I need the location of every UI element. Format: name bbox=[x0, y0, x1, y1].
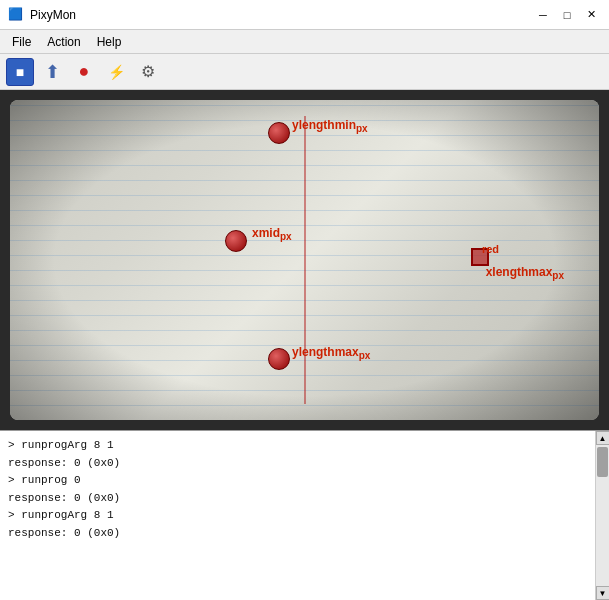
menu-bar: File Action Help bbox=[0, 30, 609, 54]
maximize-button[interactable]: □ bbox=[557, 5, 577, 25]
xmid-marker bbox=[225, 230, 247, 252]
console-line-1: > runprogArg 8 1 bbox=[8, 437, 587, 455]
console-output: > runprogArg 8 1 response: 0 (0x0) > run… bbox=[0, 431, 595, 600]
console-line-5: > runprogArg 8 1 bbox=[8, 507, 587, 525]
scroll-down-button[interactable]: ▼ bbox=[596, 586, 610, 600]
scroll-thumb[interactable] bbox=[597, 447, 608, 477]
camera-view: ylengthminpx xmidpx red xlengthmaxpx yle… bbox=[0, 90, 609, 430]
ylengthmin-marker bbox=[268, 122, 290, 144]
title-controls: ─ □ ✕ bbox=[533, 5, 601, 25]
console-scrollbar: ▲ ▼ bbox=[595, 431, 609, 600]
scroll-track[interactable] bbox=[596, 445, 609, 586]
console-line-3: > runprog 0 bbox=[8, 472, 587, 490]
title-bar: 🟦 PixyMon ─ □ ✕ bbox=[0, 0, 609, 30]
title-left: 🟦 PixyMon bbox=[8, 7, 76, 23]
close-button[interactable]: ✕ bbox=[581, 5, 601, 25]
center-line bbox=[304, 116, 306, 404]
camera-canvas: ylengthminpx xmidpx red xlengthmaxpx yle… bbox=[10, 100, 599, 420]
toolbar: ■ ⬆ ● ⚡ ⚙ bbox=[0, 54, 609, 90]
minimize-button[interactable]: ─ bbox=[533, 5, 553, 25]
run-button[interactable]: ⬆ bbox=[38, 58, 66, 86]
menu-help[interactable]: Help bbox=[89, 33, 130, 51]
scroll-up-button[interactable]: ▲ bbox=[596, 431, 610, 445]
app-icon: 🟦 bbox=[8, 7, 24, 23]
xmid-label: xmidpx bbox=[252, 226, 292, 242]
console-line-2: response: 0 (0x0) bbox=[8, 455, 587, 473]
console-panel: > runprogArg 8 1 response: 0 (0x0) > run… bbox=[0, 430, 609, 600]
app-title: PixyMon bbox=[30, 8, 76, 22]
console-line-4: response: 0 (0x0) bbox=[8, 490, 587, 508]
ylengthmax-marker bbox=[268, 348, 290, 370]
red-rect-marker bbox=[471, 248, 489, 266]
settings-button[interactable]: ⚙ bbox=[134, 58, 162, 86]
stop-button[interactable]: ● bbox=[70, 58, 98, 86]
console-line-6: response: 0 (0x0) bbox=[8, 525, 587, 543]
menu-action[interactable]: Action bbox=[39, 33, 88, 51]
xlengthmax-label: xlengthmaxpx bbox=[486, 265, 564, 281]
camera-button[interactable]: ■ bbox=[6, 58, 34, 86]
flash-button[interactable]: ⚡ bbox=[102, 58, 130, 86]
menu-file[interactable]: File bbox=[4, 33, 39, 51]
